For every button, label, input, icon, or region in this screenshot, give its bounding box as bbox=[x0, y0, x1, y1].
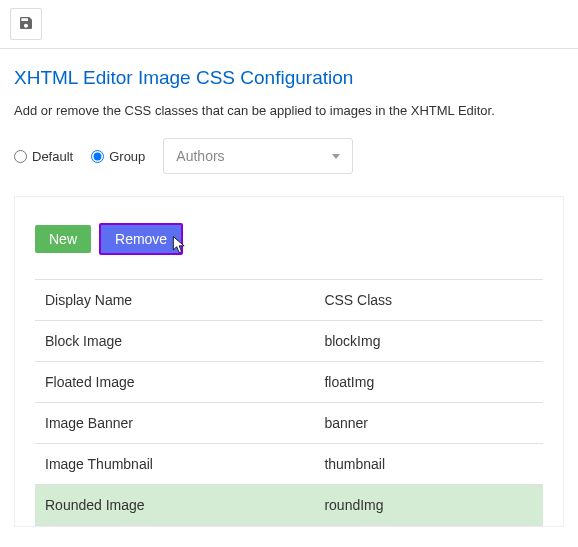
cell-display-name: Block Image bbox=[35, 321, 314, 362]
scope-row: Default Group Authors bbox=[14, 138, 564, 174]
save-icon bbox=[18, 15, 34, 34]
cell-css-class: thumbnail bbox=[314, 444, 543, 485]
chevron-down-icon bbox=[332, 154, 340, 159]
table-row[interactable]: Block ImageblockImg bbox=[35, 321, 543, 362]
cell-css-class: banner bbox=[314, 403, 543, 444]
radio-default-label: Default bbox=[32, 149, 73, 164]
table-row[interactable]: Rounded ImageroundImg bbox=[35, 485, 543, 526]
cell-display-name: Floated Image bbox=[35, 362, 314, 403]
table-row[interactable]: Image Bannerbanner bbox=[35, 403, 543, 444]
group-select[interactable]: Authors bbox=[163, 138, 353, 174]
radio-group-label: Group bbox=[109, 149, 145, 164]
radio-group-input[interactable] bbox=[91, 150, 104, 163]
col-css-class: CSS Class bbox=[314, 280, 543, 321]
col-display-name: Display Name bbox=[35, 280, 314, 321]
toolbar bbox=[0, 0, 578, 49]
cell-css-class: roundImg bbox=[314, 485, 543, 526]
table-header-row: Display Name CSS Class bbox=[35, 280, 543, 321]
content-area: XHTML Editor Image CSS Configuration Add… bbox=[0, 49, 578, 174]
save-button[interactable] bbox=[10, 8, 42, 40]
page-title: XHTML Editor Image CSS Configuration bbox=[14, 67, 564, 89]
cell-display-name: Image Banner bbox=[35, 403, 314, 444]
group-select-value: Authors bbox=[176, 148, 224, 164]
new-button[interactable]: New bbox=[35, 225, 91, 253]
table-row[interactable]: Floated ImagefloatImg bbox=[35, 362, 543, 403]
radio-group[interactable]: Group bbox=[91, 149, 145, 164]
cell-display-name: Rounded Image bbox=[35, 485, 314, 526]
css-table: Display Name CSS Class Block ImageblockI… bbox=[35, 279, 543, 526]
action-buttons: New Remove bbox=[35, 223, 543, 255]
remove-button[interactable]: Remove bbox=[99, 223, 183, 255]
cell-css-class: floatImg bbox=[314, 362, 543, 403]
page-description: Add or remove the CSS classes that can b… bbox=[14, 103, 564, 118]
table-panel: New Remove Display Name CSS Class Block … bbox=[14, 196, 564, 527]
cursor-icon bbox=[171, 235, 189, 258]
cell-display-name: Image Thumbnail bbox=[35, 444, 314, 485]
table-row[interactable]: Image Thumbnailthumbnail bbox=[35, 444, 543, 485]
radio-default-input[interactable] bbox=[14, 150, 27, 163]
cell-css-class: blockImg bbox=[314, 321, 543, 362]
radio-default[interactable]: Default bbox=[14, 149, 73, 164]
